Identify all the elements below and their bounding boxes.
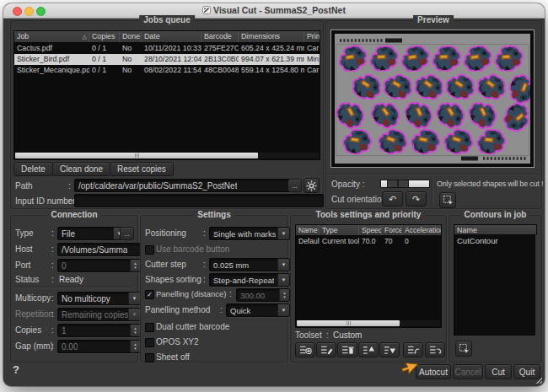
cut-shape[interactable] — [370, 46, 398, 71]
list-edit-icon — [320, 345, 333, 355]
column-header-dimensions[interactable]: Dimensions — [239, 31, 304, 42]
cut-shape[interactable] — [409, 126, 443, 158]
scrollbar-thumb[interactable] — [15, 153, 258, 158]
cut-shape[interactable] — [348, 69, 384, 105]
column-header-copies[interactable]: Copies — [89, 31, 120, 42]
tools-table[interactable]: Name Type Speed Force Acceleration Defau… — [295, 224, 442, 328]
column-header-printer[interactable]: Prin — [304, 31, 320, 42]
tool-sort-desc-button[interactable] — [379, 342, 400, 357]
input-id-field[interactable] — [74, 194, 324, 207]
cut-shape[interactable] — [466, 98, 498, 132]
cell-job: Sticker_Bird.pdf — [14, 54, 89, 65]
window-title: Visual Cut - SummaS2_PostNet — [3, 5, 545, 15]
opacity-slider[interactable] — [380, 180, 430, 188]
preview-frame — [330, 30, 535, 168]
cut-shape[interactable] — [403, 98, 435, 132]
table-row-selected[interactable]: Sticker_Bird.pdf 0 / 1 No 28/10/2021 12:… — [14, 54, 320, 65]
path-settings-button[interactable] — [304, 178, 320, 193]
host-input[interactable]: /Volumes/Summa — [57, 243, 141, 256]
tool-sort-asc-button[interactable] — [358, 342, 379, 357]
cut-shape[interactable] — [442, 69, 478, 105]
table-row[interactable]: Sticker_Mecanique.pdf 0 / 1 No 08/02/202… — [14, 65, 320, 76]
delete-button[interactable]: Delete — [13, 162, 53, 176]
rotate-ccw-button[interactable]: ↶ — [382, 191, 403, 207]
cut-shape[interactable] — [375, 125, 411, 158]
column-header-barcode[interactable]: Barcode — [201, 31, 239, 42]
preview-canvas[interactable] — [335, 34, 530, 164]
contours-list[interactable]: CutContour — [454, 234, 535, 336]
cutter-step-select[interactable]: 0.025 mm▼ — [209, 258, 290, 271]
column-header-job[interactable]: Job△ — [14, 31, 89, 42]
shapes-sorting-select[interactable]: Step-and-Repeat▼ — [209, 273, 290, 287]
reset-copies-button[interactable]: Reset copies — [110, 162, 174, 176]
clean-done-button[interactable]: Clean done — [52, 162, 110, 176]
quit-button[interactable]: Quit — [513, 364, 540, 379]
help-button[interactable]: ? — [13, 363, 19, 376]
opos-checkbox[interactable] — [145, 338, 154, 347]
cut-shape[interactable] — [464, 46, 492, 71]
list-item[interactable]: CutContour — [454, 235, 535, 246]
sheet-off-checkbox[interactable] — [145, 353, 154, 362]
cut-shape[interactable] — [498, 99, 530, 135]
cut-shape[interactable] — [339, 46, 368, 72]
scrollbar-thumb[interactable] — [297, 320, 400, 326]
cut-shape[interactable] — [380, 69, 416, 105]
cut-shape[interactable] — [475, 126, 508, 156]
cut-shape[interactable] — [473, 68, 510, 105]
type-browse-button[interactable]: ... — [120, 227, 134, 240]
use-barcode-checkbox[interactable] — [145, 245, 154, 255]
tool-edit-button[interactable] — [316, 342, 336, 357]
tools-table-hscrollbar[interactable] — [297, 320, 440, 326]
slider-handle[interactable] — [398, 180, 409, 187]
dual-cutter-checkbox[interactable] — [145, 323, 154, 332]
cut-shape[interactable] — [335, 98, 367, 132]
cut-shape[interactable] — [433, 97, 467, 132]
cut-shape[interactable] — [495, 46, 523, 71]
panelling-method-select[interactable]: Quick▼ — [226, 303, 290, 317]
rotate-cw-button[interactable]: ↷ — [406, 191, 427, 207]
path-browse-button[interactable]: ... — [287, 179, 302, 192]
panelling-checkbox[interactable]: ✓ — [145, 290, 154, 299]
select-contour-button[interactable] — [455, 341, 472, 357]
column-header-force[interactable]: Force — [382, 225, 402, 235]
input-id-label: Input ID number — [15, 196, 76, 206]
column-header-done[interactable]: Done — [120, 31, 142, 42]
cut-shape[interactable] — [401, 46, 429, 71]
ellipsis-icon: ... — [292, 182, 298, 190]
tool-row[interactable]: Default Current tool 70.0 70 0 — [296, 236, 441, 246]
cut-button[interactable]: Cut — [485, 364, 512, 379]
spinner-arrows-icon[interactable]: ▲▼ — [130, 260, 140, 271]
jobs-table-hscrollbar[interactable] — [15, 153, 319, 158]
cell-barcode: 2B13C0B0 — [201, 54, 239, 65]
title-bar[interactable]: Visual Cut - SummaS2_PostNet — [3, 3, 545, 19]
column-header-date[interactable]: Date — [142, 31, 201, 42]
cut-shape[interactable] — [432, 46, 461, 72]
select-shapes-button[interactable] — [439, 192, 456, 208]
cancel-button: Cancel — [453, 364, 483, 379]
type-select[interactable]: File▼ — [57, 227, 126, 240]
column-header-type[interactable]: Type — [320, 225, 359, 235]
toolset-open-button[interactable] — [403, 342, 423, 357]
slider-handle[interactable] — [387, 180, 398, 187]
toolset-save-button[interactable] — [425, 342, 445, 357]
positioning-select[interactable]: Single with marks▼ — [209, 227, 290, 240]
tool-add-button[interactable] — [295, 342, 315, 357]
column-header-acceleration[interactable]: Acceleration — [402, 225, 441, 235]
column-header-name[interactable]: Name — [296, 225, 320, 235]
cut-shape[interactable] — [411, 68, 448, 105]
table-row[interactable]: Cactus.pdf 0 / 1 No 10/11/2021 10:33 275… — [14, 43, 320, 54]
cut-shape[interactable] — [505, 72, 530, 107]
column-header-speed[interactable]: Speed — [359, 225, 382, 235]
cut-shape[interactable] — [341, 126, 373, 157]
cut-shape[interactable] — [441, 125, 475, 158]
chevron-down-icon: ▼ — [277, 274, 289, 286]
multicopy-select[interactable]: No multicopy▼ — [57, 292, 141, 305]
port-stepper[interactable]: 0 ▲▼ — [57, 259, 141, 272]
panelling-method-label: Panelling method — [145, 305, 210, 314]
path-input[interactable]: /opt/caldera/var/public/SummaS2_PostNet — [74, 179, 293, 192]
path-label: Path — [15, 181, 33, 191]
tool-delete-button[interactable] — [337, 342, 357, 357]
cut-shape[interactable] — [368, 97, 403, 133]
marquee-cursor-icon — [443, 195, 454, 206]
jobs-table[interactable]: Job△ Copies Done Date Barcode Dimensions… — [13, 30, 320, 160]
